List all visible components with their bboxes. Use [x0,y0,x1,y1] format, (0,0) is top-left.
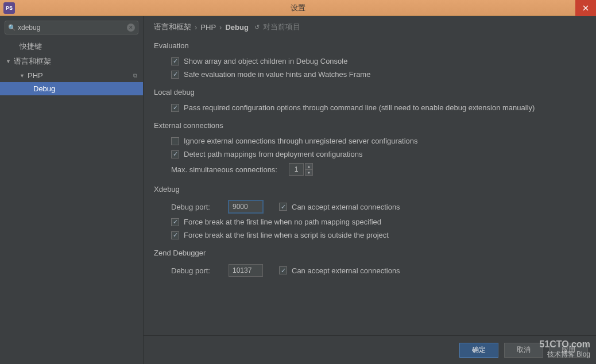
section-external: External connections [154,121,586,130]
tree-item-languages[interactable]: ▼语言和框架 [0,54,143,69]
section-zend: Zend Debugger [154,249,586,257]
close-button[interactable] [575,0,596,16]
checkbox-force-break-nomap[interactable] [171,218,179,226]
checkbox-show-array-children[interactable] [171,57,179,65]
app-icon: PS [3,2,15,14]
tree-item-debug[interactable]: Debug [0,82,143,95]
tree-label: Debug [33,84,55,93]
zend-port-label: Debug port: [171,266,224,275]
section-xdebug: Xdebug [154,185,586,193]
checkbox-label: Pass required configuration options thro… [184,103,535,112]
max-conn-label: Max. simultaneous connections: [171,165,277,174]
breadcrumb: 语言和框架 › PHP › Debug ↺ 对当前项目 [144,16,596,38]
close-icon [583,5,589,11]
chevron-down-icon: ▼ [6,59,11,64]
section-local-debug: Local debug [154,88,586,96]
checkbox-ignore-external[interactable] [171,137,179,145]
content-area: 语言和框架 › PHP › Debug ↺ 对当前项目 Evaluation S… [144,16,596,364]
chevron-down-icon: ▼ [20,73,25,79]
checkbox-label: Can accept external connections [292,266,400,275]
checkbox-label: Force break at the first line when a scr… [184,231,389,239]
tree-label: PHP [28,71,43,80]
checkbox-label: Safe evaluation mode in value hints and … [184,70,370,79]
checkbox-label: Detect path mappings from deployment con… [184,150,362,158]
apply-button[interactable]: 应用 [549,343,588,358]
search-input[interactable] [5,21,138,34]
checkbox-label: Force break at the first line when no pa… [184,218,381,226]
search-box: 🔍 ✕ [5,21,138,34]
sidebar: 🔍 ✕ 快捷键 ▼语言和框架 ▼PHP ⧉ Debug [0,16,144,364]
checkbox-detect-mappings[interactable] [171,150,179,158]
settings-tree: 快捷键 ▼语言和框架 ▼PHP ⧉ Debug [0,39,143,364]
window-title: 设置 [291,3,305,13]
checkbox-label: Can accept external connections [292,203,400,211]
reset-icon[interactable]: ↺ [254,24,260,31]
max-conn-spinner: ▲ ▼ [289,163,313,176]
ok-button[interactable]: 确定 [459,343,498,358]
search-icon: 🔍 [8,24,16,32]
breadcrumb-scope: 对当前项目 [263,22,300,32]
copy-icon: ⧉ [133,72,137,79]
checkbox-label: Ignore external connections through unre… [184,137,418,145]
tree-item-php[interactable]: ▼PHP ⧉ [0,69,143,82]
checkbox-force-break-outside[interactable] [171,231,179,239]
cancel-button[interactable]: 取消 [504,343,543,358]
breadcrumb-part: PHP [200,23,216,32]
xdebug-port-label: Debug port: [171,203,224,211]
max-conn-input[interactable] [289,163,304,176]
xdebug-port-input[interactable] [229,200,263,213]
titlebar: PS 设置 [0,0,596,16]
breadcrumb-sep: › [219,23,222,32]
breadcrumb-current: Debug [225,23,248,32]
breadcrumb-part: 语言和框架 [154,22,191,32]
checkbox-label: Show array and object children in Debug … [184,57,347,65]
tree-label: 语言和框架 [14,56,51,67]
clear-search-icon[interactable]: ✕ [127,24,135,32]
dialog-footer: 确定 取消 应用 [144,335,596,364]
zend-port-input[interactable] [229,264,263,277]
checkbox-xdebug-accept-external[interactable] [279,203,287,211]
checkbox-pass-config[interactable] [171,104,179,112]
section-evaluation: Evaluation [154,41,586,50]
tree-label: 快捷键 [20,41,42,52]
tree-item-keymap[interactable]: 快捷键 [0,39,143,54]
breadcrumb-sep: › [195,23,197,32]
spinner-down-icon[interactable]: ▼ [305,169,313,176]
spinner-up-icon[interactable]: ▲ [305,163,313,169]
checkbox-zend-accept-external[interactable] [279,266,287,274]
settings-panel[interactable]: Evaluation Show array and object childre… [144,38,596,335]
checkbox-safe-eval[interactable] [171,71,179,79]
